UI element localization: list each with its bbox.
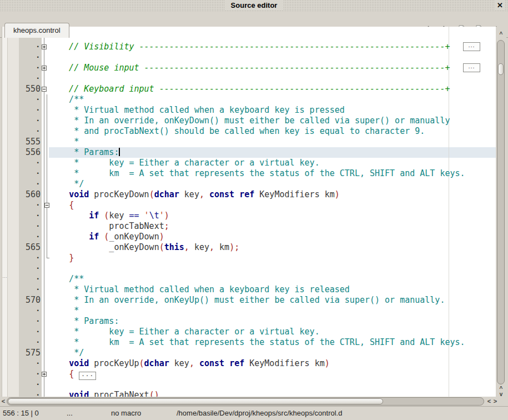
scroll-right-icon[interactable]: > bbox=[492, 398, 498, 405]
code-line[interactable]: • bbox=[2, 52, 496, 63]
code-line[interactable]: • * Params: bbox=[2, 316, 496, 327]
fold-gutter[interactable] bbox=[42, 126, 49, 137]
fold-gutter[interactable] bbox=[42, 52, 49, 63]
line-gutter-dot[interactable]: • bbox=[19, 369, 41, 379]
fold-collapsed-box[interactable]: ... bbox=[463, 63, 480, 72]
fold-gutter[interactable] bbox=[42, 189, 49, 200]
code-line[interactable]: • * key = Either a character or a virtua… bbox=[2, 327, 496, 337]
fold-gutter[interactable] bbox=[42, 284, 49, 295]
code-line[interactable]: • * and procTabNext() should be called w… bbox=[2, 126, 496, 137]
code-line[interactable]: 550 // Keyboard input ------------------… bbox=[2, 84, 496, 94]
line-gutter-dot[interactable]: • bbox=[19, 358, 41, 369]
fold-gutter[interactable] bbox=[42, 42, 49, 52]
line-gutter-dot[interactable]: • bbox=[19, 200, 41, 211]
line-number[interactable]: 556 bbox=[19, 147, 41, 158]
line-gutter-dot[interactable]: • bbox=[19, 158, 41, 168]
line-gutter-dot[interactable]: • bbox=[19, 284, 41, 295]
fold-gutter[interactable] bbox=[42, 306, 49, 316]
fold-gutter[interactable] bbox=[42, 263, 49, 274]
code-line[interactable]: • * key = Either a character or a virtua… bbox=[2, 158, 496, 168]
code-line[interactable]: • * Virtual method called when a keyboar… bbox=[2, 105, 496, 116]
code-line[interactable]: • bbox=[2, 263, 496, 274]
code-line[interactable]: • if (key == '\t') bbox=[2, 211, 496, 221]
fold-gutter[interactable] bbox=[42, 211, 49, 221]
horizontal-scrollbar-track[interactable] bbox=[7, 397, 484, 406]
fold-gutter[interactable] bbox=[42, 84, 49, 94]
line-number[interactable]: 555 bbox=[19, 137, 41, 147]
fold-collapsed-box[interactable]: ... bbox=[463, 42, 480, 51]
scroll-left2-icon[interactable]: < bbox=[486, 398, 492, 405]
fold-gutter[interactable] bbox=[42, 242, 49, 253]
line-gutter-dot[interactable]: • bbox=[19, 105, 41, 116]
line-gutter-dot[interactable]: • bbox=[19, 327, 41, 337]
vertical-scrollbar-track[interactable] bbox=[497, 40, 505, 384]
code-line[interactable]: 570 * In an override, onKeyUp() must eit… bbox=[2, 295, 496, 306]
fold-gutter[interactable] bbox=[42, 253, 49, 263]
fold-collapsed-box[interactable]: ... bbox=[79, 372, 96, 380]
line-number[interactable]: 570 bbox=[19, 295, 41, 306]
line-gutter-dot[interactable]: • bbox=[19, 253, 41, 263]
code-line[interactable]: • * km = A set that represents the statu… bbox=[2, 168, 496, 179]
code-line[interactable]: 556 * Params: bbox=[2, 147, 496, 158]
fold-gutter[interactable] bbox=[42, 274, 49, 284]
fold-expand-icon[interactable] bbox=[42, 44, 47, 49]
fold-gutter[interactable] bbox=[42, 337, 49, 348]
horizontal-scrollbar[interactable]: < < > bbox=[0, 397, 508, 406]
code-line[interactable]: • void procKeyUp(dchar key, const ref Ke… bbox=[2, 358, 496, 369]
line-gutter-dot[interactable]: • bbox=[19, 94, 41, 105]
code-line[interactable]: • * bbox=[2, 306, 496, 316]
line-number[interactable]: 575 bbox=[19, 348, 41, 358]
vertical-scrollbar-thumb[interactable] bbox=[498, 63, 504, 75]
code-line[interactable]: 565 _onKeyDown(this, key, km); bbox=[2, 242, 496, 253]
fold-gutter[interactable] bbox=[42, 179, 49, 189]
code-line[interactable]: • } bbox=[2, 253, 496, 263]
code-line[interactable]: • * In an override, onKeyDown() must eit… bbox=[2, 116, 496, 126]
line-number[interactable]: 565 bbox=[19, 242, 41, 253]
code-line[interactable]: 575 */ bbox=[2, 348, 496, 358]
fold-gutter[interactable] bbox=[42, 63, 49, 73]
line-gutter-dot[interactable]: • bbox=[19, 390, 41, 397]
code-line[interactable]: • * Virtual method called when a keyboar… bbox=[2, 284, 496, 295]
code-line[interactable]: • {... bbox=[2, 369, 496, 379]
line-number[interactable]: 560 bbox=[19, 189, 41, 200]
horizontal-scrollbar-thumb[interactable] bbox=[8, 398, 383, 404]
fold-gutter[interactable] bbox=[42, 327, 49, 337]
line-gutter-dot[interactable]: • bbox=[19, 306, 41, 316]
fold-gutter[interactable] bbox=[42, 73, 49, 84]
code-line[interactable]: • // Visibility ------------------------… bbox=[2, 42, 496, 52]
code-line[interactable]: • { bbox=[2, 200, 496, 211]
window-titlebar[interactable]: Source editor ✕ bbox=[0, 0, 508, 11]
fold-gutter[interactable] bbox=[42, 316, 49, 327]
line-gutter-dot[interactable]: • bbox=[19, 73, 41, 84]
code-editor[interactable]: … •• // Visibility ---------------------… bbox=[2, 27, 496, 397]
line-gutter-dot[interactable]: • bbox=[19, 274, 41, 284]
line-gutter-dot[interactable]: • bbox=[19, 179, 41, 189]
code-line[interactable]: • if (_onKeyDown) bbox=[2, 232, 496, 242]
code-line[interactable]: • /** bbox=[2, 274, 496, 284]
fold-gutter[interactable] bbox=[42, 168, 49, 179]
fold-expand-icon[interactable] bbox=[42, 66, 47, 71]
fold-gutter[interactable] bbox=[42, 221, 49, 232]
tab-kheops-control[interactable]: kheops.control bbox=[4, 23, 69, 38]
code-line[interactable]: • /** bbox=[2, 94, 496, 105]
fold-gutter[interactable] bbox=[42, 295, 49, 306]
line-gutter-dot[interactable]: • bbox=[19, 63, 41, 73]
fold-gutter[interactable] bbox=[42, 379, 49, 390]
line-number[interactable]: 550 bbox=[19, 84, 41, 94]
fold-gutter[interactable] bbox=[42, 94, 49, 105]
line-gutter-dot[interactable]: • bbox=[19, 42, 41, 52]
code-line[interactable]: • // Mouse input -----------------------… bbox=[2, 63, 496, 73]
code-line[interactable]: • bbox=[2, 379, 496, 390]
fold-gutter[interactable] bbox=[42, 200, 49, 211]
scroll-left-icon[interactable]: < bbox=[1, 398, 6, 405]
line-gutter-dot[interactable]: • bbox=[19, 221, 41, 232]
fold-gutter[interactable] bbox=[42, 390, 49, 397]
line-gutter-dot[interactable]: • bbox=[19, 232, 41, 242]
code-line[interactable]: 560 void procKeyDown(dchar key, const re… bbox=[2, 189, 496, 200]
line-gutter-dot[interactable]: • bbox=[19, 263, 41, 274]
code-line[interactable]: • procTabNext; bbox=[2, 221, 496, 232]
fold-gutter[interactable] bbox=[42, 232, 49, 242]
fold-gutter[interactable] bbox=[42, 137, 49, 147]
code-line[interactable]: • bbox=[2, 31, 496, 42]
line-gutter-dot[interactable]: • bbox=[19, 211, 41, 221]
